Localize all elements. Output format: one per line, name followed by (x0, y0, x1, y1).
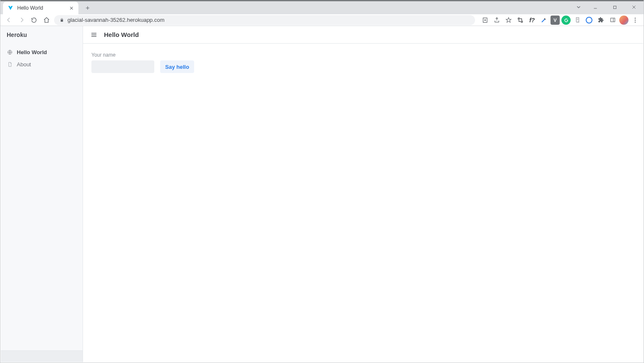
profile-avatar[interactable] (619, 16, 628, 25)
bookmark-icon[interactable] (504, 15, 514, 25)
share-icon[interactable] (492, 15, 502, 25)
install-app-icon[interactable] (480, 15, 490, 25)
document-icon (7, 62, 13, 68)
vaadin-icon (7, 5, 14, 11)
lock-icon (59, 18, 64, 23)
extension-1password-icon[interactable] (584, 15, 594, 25)
app-header: Hello World (83, 26, 643, 44)
address-bar[interactable]: glacial-savannah-35262.herokuapp.com (54, 15, 475, 25)
window-minimize-button[interactable] (586, 0, 605, 14)
drawer-toggle-button[interactable] (90, 31, 98, 39)
close-icon[interactable] (68, 5, 74, 11)
sidebar-item-hello-world[interactable]: Hello World (3, 46, 80, 58)
toolbar-right: f? V (478, 15, 640, 25)
tab-title: Hello World (17, 5, 65, 11)
sidebar-footer (1, 350, 83, 362)
name-field-wrapper: Your name (91, 52, 154, 73)
extension-crop-icon[interactable] (515, 15, 525, 25)
side-panel-icon[interactable] (608, 15, 618, 25)
home-button[interactable] (42, 15, 52, 25)
hello-form: Your name Say hello (91, 52, 635, 73)
sidebar-item-label: About (17, 61, 31, 68)
say-hello-button[interactable]: Say hello (160, 60, 194, 73)
window-controls (571, 0, 644, 14)
page-content: Your name Say hello (83, 44, 643, 81)
new-tab-button[interactable] (82, 2, 93, 14)
extension-fx-icon[interactable]: f? (527, 15, 537, 25)
page-title: Hello World (104, 31, 139, 38)
forward-button[interactable] (16, 15, 26, 25)
main-area: Hello World Your name Say hello (83, 26, 643, 362)
tabs-dropdown-button[interactable] (571, 0, 586, 14)
extension-eyedropper-icon[interactable] (539, 15, 549, 25)
svg-point-2 (635, 18, 636, 18)
svg-point-3 (635, 19, 636, 20)
browser-tab-active[interactable]: Hello World (3, 2, 78, 14)
url-text: glacial-savannah-35262.herokuapp.com (68, 17, 470, 23)
sidebar-item-about[interactable]: About (3, 58, 80, 71)
name-field-label: Your name (91, 52, 154, 58)
browser-window: Hello World (0, 0, 644, 363)
window-maximize-button[interactable] (605, 0, 624, 14)
browser-toolbar: glacial-savannah-35262.herokuapp.com f? … (0, 14, 644, 26)
extension-v-icon[interactable]: V (551, 16, 560, 25)
back-button[interactable] (4, 15, 14, 25)
svg-rect-1 (610, 18, 615, 22)
sidebar-item-label: Hello World (17, 49, 47, 55)
sidebar: Heroku Hello World About (1, 26, 83, 362)
sidebar-title: Heroku (1, 26, 83, 44)
reload-button[interactable] (29, 15, 39, 25)
window-top-stripe (0, 0, 644, 1)
extensions-puzzle-icon[interactable] (596, 15, 606, 25)
name-input[interactable] (91, 60, 154, 73)
sidebar-nav: Hello World About (1, 44, 83, 73)
extension-grammarly-icon[interactable] (561, 16, 571, 25)
tab-strip: Hello World (0, 0, 644, 14)
window-close-button[interactable] (624, 0, 644, 14)
app-root: Heroku Hello World About (1, 26, 643, 362)
svg-point-4 (635, 21, 636, 22)
globe-icon (7, 50, 13, 55)
svg-rect-0 (613, 6, 616, 8)
extension-receipt-icon[interactable] (572, 15, 582, 25)
kebab-menu-icon[interactable] (630, 15, 640, 25)
